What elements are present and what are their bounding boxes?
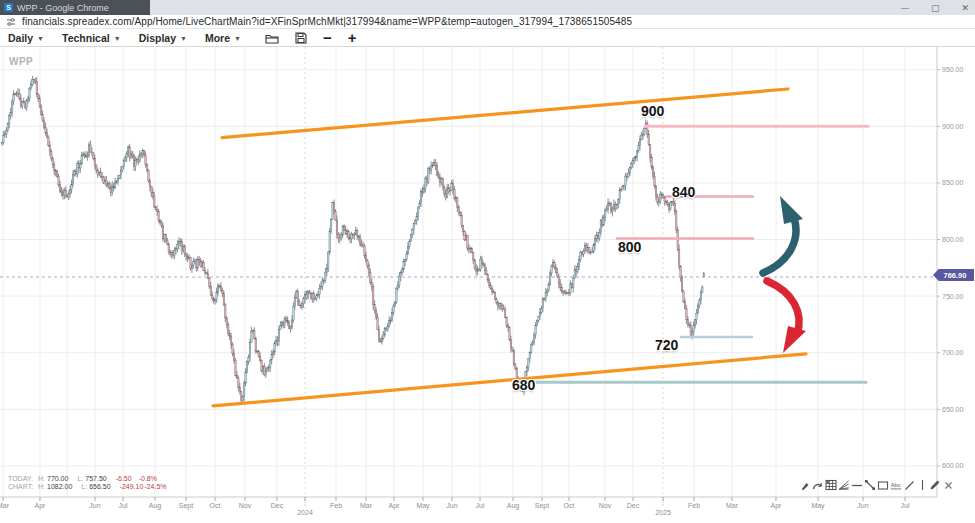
menu-daily[interactable]: Daily ▼ bbox=[8, 32, 44, 44]
symbol-watermark: WPP bbox=[9, 56, 33, 67]
pencil-icon[interactable] bbox=[929, 479, 941, 492]
bearish-arrow-head-icon bbox=[783, 326, 806, 353]
rectangle-icon[interactable] bbox=[877, 479, 889, 492]
chart-toolbar: Daily ▼ Technical ▼ Display ▼ More ▼ bbox=[0, 30, 975, 47]
svg-text:Jun: Jun bbox=[446, 502, 457, 509]
x-axis-labels: MarAprJunJulAugSeptOctNovDec2024FebMarAp… bbox=[0, 497, 910, 516]
today-label: TODAY: bbox=[8, 475, 38, 483]
svg-text:Aug: Aug bbox=[507, 502, 520, 510]
browser-window: S WPP - Google Chrome — ▢ ✕ financials.s… bbox=[0, 0, 975, 523]
open-chart-button[interactable] bbox=[265, 33, 279, 44]
zoom-in-button[interactable]: + bbox=[348, 33, 357, 43]
menu-more[interactable]: More ▼ bbox=[205, 32, 241, 44]
scenario-arrows bbox=[763, 196, 806, 353]
close-button[interactable]: ✕ bbox=[961, 3, 969, 13]
chart-high-label: H: bbox=[38, 483, 45, 491]
today-change: -6.50 bbox=[116, 475, 132, 483]
vertical-line-icon[interactable] bbox=[916, 479, 928, 492]
level-label-900: 900 bbox=[641, 103, 664, 119]
fan-lines-icon[interactable] bbox=[838, 479, 850, 492]
title-bar: S WPP - Google Chrome — ▢ ✕ bbox=[0, 0, 975, 15]
spreadex-favicon-icon: S bbox=[4, 3, 13, 12]
menu-display-label: Display bbox=[139, 32, 176, 44]
level-label-680: 680 bbox=[512, 377, 535, 393]
svg-text:Jun: Jun bbox=[857, 502, 868, 509]
svg-text:Dec: Dec bbox=[271, 502, 284, 509]
drawing-toolbar: Abc bbox=[799, 477, 954, 493]
url-text[interactable]: financials.spreadex.com/App/Home/LiveCha… bbox=[22, 16, 632, 27]
window-title: WPP - Google Chrome bbox=[17, 3, 109, 13]
svg-text:2025: 2025 bbox=[655, 509, 671, 516]
chevron-down-icon: ▼ bbox=[180, 35, 187, 42]
save-icon[interactable] bbox=[295, 32, 307, 44]
chevron-down-icon: ▼ bbox=[37, 35, 44, 42]
chevron-down-icon: ▼ bbox=[114, 35, 121, 42]
menu-technical[interactable]: Technical ▼ bbox=[62, 32, 121, 44]
chart-area: 950.00900.00850.00800.00750.00700.00650.… bbox=[0, 47, 975, 523]
svg-text:Apr: Apr bbox=[389, 502, 401, 510]
marker-pen-icon[interactable] bbox=[799, 479, 811, 492]
chevron-down-icon: ▼ bbox=[234, 35, 241, 42]
svg-text:May: May bbox=[416, 502, 430, 510]
svg-text:Jul: Jul bbox=[119, 502, 128, 509]
grid-table-icon[interactable] bbox=[825, 479, 837, 492]
price-stats: TODAY: H: 770.00 L: 757.50 -6.50 -0.8% C… bbox=[8, 475, 174, 491]
maximize-button[interactable]: ▢ bbox=[931, 3, 940, 13]
svg-text:Abc: Abc bbox=[891, 481, 901, 487]
curve-arrow-icon[interactable] bbox=[812, 479, 824, 492]
menu-daily-label: Daily bbox=[8, 32, 33, 44]
chart-label: CHART: bbox=[8, 483, 38, 491]
svg-text:Mar: Mar bbox=[726, 502, 739, 509]
chart-low-value: 656.50 bbox=[89, 483, 110, 491]
current-price-badge: 766.90 bbox=[933, 269, 974, 281]
close-tools-icon[interactable] bbox=[942, 479, 954, 492]
annotation-lines bbox=[213, 89, 868, 406]
svg-text:Apr: Apr bbox=[35, 502, 47, 510]
level-label-720: 720 bbox=[655, 337, 678, 353]
title-bar-left: S WPP - Google Chrome bbox=[0, 0, 150, 15]
today-low-label: L: bbox=[77, 475, 83, 483]
chart-low-label: L: bbox=[81, 483, 87, 491]
svg-text:Mar: Mar bbox=[360, 502, 373, 509]
today-high-value: 770.00 bbox=[47, 475, 68, 483]
svg-text:Jun: Jun bbox=[89, 502, 100, 509]
svg-text:May: May bbox=[811, 502, 825, 510]
bearish-arrow-icon bbox=[767, 281, 799, 334]
svg-text:Sept: Sept bbox=[179, 502, 193, 510]
text-label-icon[interactable]: Abc bbox=[890, 479, 902, 492]
svg-text:Oct: Oct bbox=[564, 502, 575, 509]
svg-text:Nov: Nov bbox=[599, 502, 612, 509]
svg-text:800.00: 800.00 bbox=[942, 236, 964, 243]
svg-text:700.00: 700.00 bbox=[942, 349, 964, 356]
svg-text:650.00: 650.00 bbox=[942, 406, 964, 413]
chart-change: -249.10 bbox=[120, 483, 144, 491]
segment-icon[interactable] bbox=[864, 479, 876, 492]
diagonal-line-icon[interactable] bbox=[903, 479, 915, 492]
level-label-840: 840 bbox=[672, 184, 695, 200]
horizontal-line-icon[interactable] bbox=[851, 479, 863, 492]
svg-text:Dec: Dec bbox=[627, 502, 640, 509]
svg-text:Apr: Apr bbox=[771, 502, 783, 510]
svg-text:Sept: Sept bbox=[535, 502, 549, 510]
svg-text:Feb: Feb bbox=[688, 502, 700, 509]
svg-text:900.00: 900.00 bbox=[942, 123, 964, 130]
price-chart-canvas[interactable]: 950.00900.00850.00800.00750.00700.00650.… bbox=[0, 47, 975, 523]
svg-text:600.00: 600.00 bbox=[942, 462, 964, 469]
url-bar[interactable]: financials.spreadex.com/App/Home/LiveCha… bbox=[0, 15, 975, 29]
svg-text:850.00: 850.00 bbox=[942, 179, 964, 186]
zoom-out-button[interactable]: − bbox=[323, 33, 332, 43]
svg-text:2024: 2024 bbox=[297, 509, 313, 516]
chart-change-pct: -24.5% bbox=[144, 483, 166, 491]
current-price-value: 766.90 bbox=[941, 271, 967, 280]
bullish-arrow-icon bbox=[763, 218, 796, 273]
today-high-label: H: bbox=[38, 475, 45, 483]
menu-display[interactable]: Display ▼ bbox=[139, 32, 187, 44]
svg-text:750.00: 750.00 bbox=[942, 293, 964, 300]
site-info-icon[interactable] bbox=[6, 17, 16, 27]
today-change-pct: -0.8% bbox=[139, 475, 157, 483]
minimize-button[interactable]: — bbox=[901, 3, 909, 12]
svg-text:Nov: Nov bbox=[239, 502, 252, 509]
bullish-arrow-head-icon bbox=[780, 196, 803, 224]
y-axis-labels: 950.00900.00850.00800.00750.00700.00650.… bbox=[937, 66, 964, 469]
axes bbox=[0, 47, 937, 497]
